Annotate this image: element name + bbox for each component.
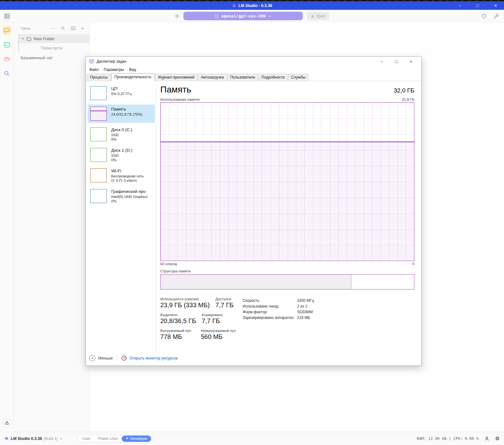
perf-item-line2: 0% (111, 158, 132, 162)
nav-discover-button[interactable] (3, 69, 11, 78)
minimize-button[interactable]: – (459, 1, 461, 10)
eject-model-button[interactable]: Eject (307, 12, 329, 20)
perf-item-disk0[interactable]: Диск 0 (C:) SSD 0% (88, 125, 155, 143)
perf-item-line2: 0% (111, 137, 132, 141)
maximize-button[interactable]: □ (476, 1, 479, 10)
stat-value: 23,9 ГБ (333 МБ) (160, 302, 210, 309)
task-manager-window: Диспетчер задач – □ × Файл Параметры Вид… (86, 56, 422, 366)
new-folder-icon[interactable] (71, 26, 76, 31)
detail-value: 2 из 2 (297, 303, 307, 309)
nav-my-models-button[interactable] (3, 54, 11, 63)
toolbar-right-icons (481, 10, 499, 22)
chat-list-item[interactable]: Безымянный чат (14, 55, 89, 60)
fewer-details-label[interactable]: Меньше (98, 356, 113, 360)
tm-maximize-button[interactable]: □ (389, 59, 404, 64)
perf-item-cpu[interactable]: ЦП 0% 0,37 ГГц (88, 84, 155, 102)
perf-item-title: Диск 0 (C:) (111, 127, 132, 132)
download-icon (4, 420, 10, 425)
perf-item-line1: 0% 0,37 ГГц (111, 92, 131, 96)
graph-time-zero: 0 (412, 262, 414, 266)
close-button[interactable]: × (494, 1, 497, 10)
open-resource-monitor-link[interactable]: Открыть монитор ресурсов (130, 356, 178, 360)
mode-user[interactable]: User (79, 436, 94, 441)
more-options-icon[interactable]: ⋯ (51, 26, 55, 30)
tm-close-button[interactable]: × (404, 59, 418, 64)
statusbar-right: RAM: 12.90 GB | CPU: 0.00 % ⚙ (417, 436, 500, 441)
detail-label: Скорость: (243, 298, 297, 303)
detail-value: 224 МБ (297, 315, 310, 321)
lmstudio-logo-icon (4, 436, 9, 441)
search-chats-icon[interactable] (61, 26, 65, 31)
model-settings-gear-icon[interactable]: ⚙ (175, 13, 179, 19)
tab-performance[interactable]: Производительность (111, 73, 154, 81)
build-label: (Build 1) (44, 436, 58, 441)
folder-icon (27, 36, 31, 41)
tab-services[interactable]: Службы (288, 74, 308, 81)
user-account-icon[interactable] (484, 436, 489, 441)
task-manager-titlebar[interactable]: Диспетчер задач – □ × (86, 57, 421, 66)
detail-label: Форм-фактор: (243, 309, 297, 315)
stat-label: Используется (сжатая) (160, 297, 210, 301)
memory-usage-graph (160, 102, 414, 261)
mode-power-user[interactable]: Power User (94, 436, 122, 441)
screen: LM Studio - 0.3.36 – □ × ⚙ openai/gpt-os… (0, 0, 504, 445)
mode-developer[interactable]: Developer (122, 435, 151, 442)
settings-gear-icon[interactable]: ⚙ (495, 436, 500, 441)
chat-sidebar: Чаты ⋯ + New Folder Папка пуста Безымянн… (14, 22, 90, 432)
eject-label: Eject (316, 14, 325, 18)
tab-processes[interactable]: Процессы (87, 74, 111, 81)
chevron-up-icon (91, 357, 94, 360)
tab-app-history[interactable]: Журнал приложений (155, 74, 197, 81)
stat-label: Выгружаемый пул (160, 329, 195, 333)
memory-composition-used-segment (161, 275, 351, 289)
menu-options[interactable]: Параметры (101, 67, 127, 72)
window-controls: – □ × (459, 1, 497, 10)
detail-value: 3200 МГц (297, 298, 314, 303)
developer-tools-wrench-icon[interactable] (493, 13, 499, 19)
perf-item-line2: О: 0 П: 0 кбит/с (111, 178, 144, 182)
perf-item-gpu[interactable]: Графический про Intel(R) UHD Graphics 0% (88, 187, 155, 205)
resource-monitor-icon (121, 355, 127, 361)
stat-label: Выделено (160, 313, 196, 317)
task-manager-window-controls: – □ × (374, 59, 418, 64)
performance-sidebar: ЦП 0% 0,37 ГГц Память 24,0/31,8 ГБ (75%)… (88, 84, 155, 205)
tab-details[interactable]: Подробности (258, 74, 288, 81)
perf-item-memory[interactable]: Память 24,0/31,8 ГБ (75%) (88, 105, 155, 123)
perf-item-line1: SSD (111, 133, 132, 137)
memory-composition-bar[interactable] (160, 274, 414, 289)
chat-bubble-icon (3, 27, 10, 34)
model-icon (215, 14, 219, 18)
nav-developer-button[interactable] (3, 40, 11, 49)
empty-folder-note: Папка пуста (14, 46, 89, 50)
perf-item-wifi[interactable]: Wi-Fi Беспроводная сеть О: 0 П: 0 кбит/с (88, 166, 155, 185)
memory-total-capacity: 32,0 ГБ (394, 87, 414, 94)
task-manager-footer: Меньше Открыть монитор ресурсов (89, 355, 178, 361)
memory-scale-max: 31,8 ГБ (402, 98, 414, 101)
fewer-details-button[interactable] (89, 355, 95, 361)
tm-minimize-button[interactable]: – (374, 59, 389, 64)
graph-time-span: 60 секунд (160, 262, 177, 266)
stat-value: 20,8/36,5 ГБ (160, 317, 196, 325)
menu-file[interactable]: Файл (87, 67, 101, 72)
graph-usage-area (161, 142, 414, 261)
perf-item-title: ЦП (111, 86, 131, 91)
cpu-mini-graph (90, 86, 107, 100)
detail-label: Использовано гнезд: (243, 303, 297, 309)
folder-row-new-folder[interactable]: New Folder (19, 34, 89, 43)
tab-users[interactable]: Пользователи (227, 74, 258, 81)
disk0-mini-graph (90, 127, 107, 141)
memory-pane-title: Память (160, 85, 191, 95)
loaded-model-selector[interactable]: openai/gpt-oss-20b (183, 12, 303, 20)
collapse-sidebar-button[interactable] (3, 12, 11, 20)
new-chat-icon[interactable]: + (81, 26, 84, 31)
eject-icon (311, 14, 315, 18)
downloads-button[interactable] (2, 418, 12, 427)
theme-palette-icon[interactable] (481, 13, 487, 19)
version-chevron-icon[interactable] (60, 437, 63, 440)
tree-guide-line (18, 34, 19, 53)
nav-chat-button[interactable] (3, 26, 11, 35)
tab-startup[interactable]: Автозагрузка (198, 74, 227, 81)
perf-item-disk1[interactable]: Диск 1 (D:) SSD 0% (88, 146, 155, 164)
chat-sidebar-header: Чаты ⋯ + (14, 25, 89, 32)
menu-view[interactable]: Вид (126, 67, 138, 72)
